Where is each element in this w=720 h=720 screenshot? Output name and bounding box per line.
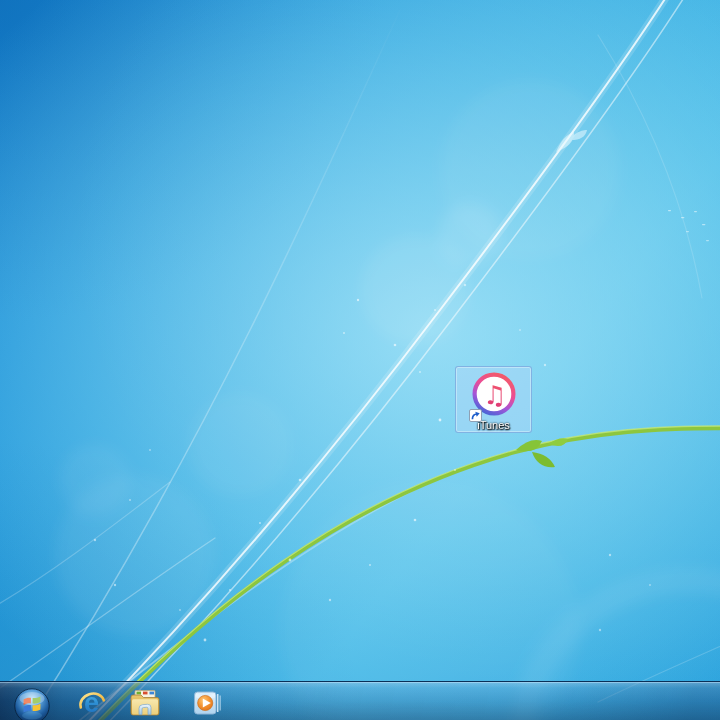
wallpaper [0,0,720,720]
taskbar-item-internet-explorer[interactable]: e [66,682,118,720]
shortcut-arrow-icon [469,408,482,421]
internet-explorer-icon: e [77,688,107,718]
svg-text:♫: ♫ [482,380,505,410]
bokeh-circles [55,80,720,720]
taskbar-item-windows-media-player[interactable] [181,682,233,720]
start-button[interactable] [8,682,56,720]
desktop-icon-label: iTunes [456,419,531,431]
taskbar-item-windows-explorer[interactable] [119,682,171,720]
itunes-icon: ♫ [470,370,518,418]
taskbar: e [0,681,720,720]
windows-media-player-icon [192,688,223,718]
vine-leaves [516,438,568,467]
windows-explorer-folder-icon [129,689,161,717]
desktop: ♫ iTunes [0,0,720,720]
wallpaper-art [0,0,720,720]
desktop-icon-itunes[interactable]: ♫ iTunes [455,366,532,433]
windows-start-orb-icon [14,688,50,720]
